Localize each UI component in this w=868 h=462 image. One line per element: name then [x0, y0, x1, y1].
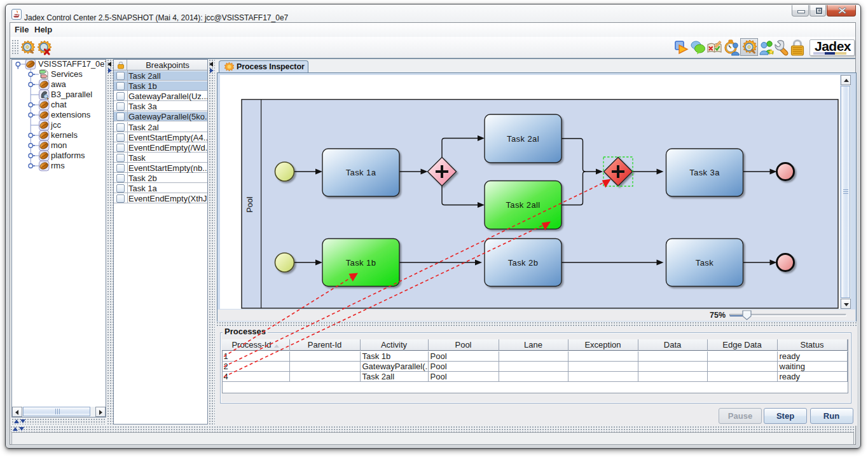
svg-text:Task: Task: [696, 258, 713, 268]
svg-text:Task 3a: Task 3a: [689, 168, 720, 177]
svg-text:Task 2al: Task 2al: [507, 134, 539, 144]
svg-text:Task 1b: Task 1b: [346, 258, 376, 268]
svg-text:Task 2b: Task 2b: [508, 258, 539, 268]
svg-text:Task 1a: Task 1a: [346, 168, 376, 177]
svg-text:Task 2all: Task 2all: [506, 200, 540, 210]
svg-text:Pool: Pool: [245, 196, 254, 212]
